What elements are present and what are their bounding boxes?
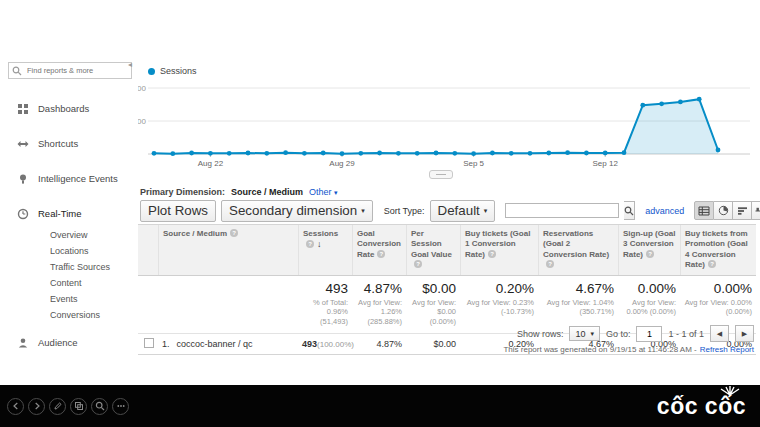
pagination-bar: Show rows: 10 ▾ Go to: 1 - 1 of 1 ◀ ▶ xyxy=(517,325,754,342)
logo-rays-icon xyxy=(717,386,743,396)
row-source-medium[interactable]: coccoc-banner / qc xyxy=(177,339,253,349)
pie-chart-icon xyxy=(718,205,729,216)
edit-button[interactable] xyxy=(49,398,66,415)
help-icon[interactable]: ? xyxy=(488,250,496,258)
analytics-page: ◂ Dashboards xyxy=(0,0,760,427)
comparison-view-button[interactable] xyxy=(752,201,760,220)
sidebar-item-audience[interactable]: Audience xyxy=(6,325,134,360)
sidebar-item-events[interactable]: Events xyxy=(6,291,134,307)
shortcuts-icon xyxy=(16,137,29,150)
forward-button[interactable] xyxy=(28,398,45,415)
show-rows-select[interactable]: 10 ▾ xyxy=(569,326,600,341)
svg-text:200: 200 xyxy=(138,84,147,93)
column-header-sessions[interactable]: Sessions?↓ xyxy=(298,225,352,275)
goto-page-input[interactable] xyxy=(636,326,662,342)
percentage-view-button[interactable] xyxy=(714,201,733,220)
column-header-goal1[interactable]: Buy tickets (Goal 1 Conversion Rate)? xyxy=(460,225,538,275)
summary-sessions: 493 % of Total: 0.96% (51,493) xyxy=(298,276,352,333)
chart-legend: Sessions xyxy=(148,66,197,76)
back-icon xyxy=(11,401,21,411)
sort-type-dropdown[interactable]: Default ▾ xyxy=(430,200,496,222)
sidebar-item-intelligence-events[interactable]: Intelligence Events xyxy=(6,161,134,196)
copy-button[interactable] xyxy=(70,398,87,415)
forward-icon xyxy=(32,401,42,411)
sidebar-search[interactable] xyxy=(8,62,132,79)
column-header-goal-conversion-rate[interactable]: Goal Conversion Rate? xyxy=(352,225,406,275)
sidebar-item-locations[interactable]: Locations xyxy=(6,243,134,259)
more-button[interactable] xyxy=(112,398,129,415)
coc-coc-logo: cốc cốc xyxy=(657,393,746,420)
intelligence-events-icon xyxy=(16,172,29,185)
help-icon[interactable]: ? xyxy=(646,250,654,258)
sort-type-label: Sort Type: xyxy=(384,206,425,216)
sort-desc-icon: ↓ xyxy=(317,239,322,249)
previous-page-button[interactable]: ◀ xyxy=(710,325,729,342)
sidebar-item-content[interactable]: Content xyxy=(6,275,134,291)
legend-label: Sessions xyxy=(160,66,197,76)
help-icon[interactable]: ? xyxy=(377,250,385,258)
header-checkbox-cell xyxy=(138,225,158,275)
dashboards-icon xyxy=(16,102,29,115)
help-icon[interactable]: ? xyxy=(546,260,554,268)
ellipsis-icon xyxy=(116,401,126,411)
back-button[interactable] xyxy=(7,398,24,415)
zoom-button[interactable] xyxy=(91,398,108,415)
sidebar-item-real-time[interactable]: Real-Time xyxy=(6,196,134,231)
bottom-bar-controls xyxy=(7,398,129,415)
help-icon[interactable]: ? xyxy=(414,260,422,268)
advanced-search-link[interactable]: advanced xyxy=(645,206,684,216)
row-sessions-cell: 493(100.00%) xyxy=(298,335,352,353)
sidebar-item-overview[interactable]: Overview xyxy=(6,227,134,243)
dimension-other-menu[interactable]: Other ▾ xyxy=(309,187,338,197)
chevron-down-icon: ▾ xyxy=(484,207,488,215)
secondary-dimension-dropdown[interactable]: Secondary dimension ▾ xyxy=(221,200,373,222)
plot-rows-button[interactable]: Plot Rows xyxy=(140,200,216,222)
chart-collapse-handle[interactable] xyxy=(429,170,453,179)
logo-text: cốc cốc xyxy=(657,393,746,419)
sidebar-item-dashboards[interactable]: Dashboards xyxy=(6,91,134,126)
pencil-icon xyxy=(53,401,63,411)
sidebar-item-label: Shortcuts xyxy=(38,138,78,149)
column-header-goal4[interactable]: Buy tickets from Promotion (Goal 4 Conve… xyxy=(680,225,756,275)
column-header-goal3[interactable]: Sign-up (Goal 3 Conversion Rate)? xyxy=(618,225,680,275)
chevron-down-icon: ▾ xyxy=(590,330,594,338)
table-search-button[interactable] xyxy=(624,201,635,220)
primary-dimension-label: Primary Dimension: xyxy=(140,187,225,197)
dimension-source-medium[interactable]: Source / Medium xyxy=(231,187,303,197)
row-checkbox[interactable] xyxy=(144,338,154,348)
bar-chart-icon xyxy=(737,206,748,216)
row-checkbox-cell xyxy=(138,334,158,354)
sidebar-collapse-button[interactable]: ◂ xyxy=(128,60,132,69)
sidebar-item-label: Real-Time xyxy=(38,208,81,219)
table-search-input[interactable] xyxy=(505,203,619,218)
magnifier-icon xyxy=(95,401,105,411)
help-icon[interactable]: ? xyxy=(708,260,716,268)
sidebar-item-conversions[interactable]: Conversions xyxy=(6,307,134,323)
chevron-down-icon: ▾ xyxy=(334,189,338,196)
sidebar-item-shortcuts[interactable]: Shortcuts xyxy=(6,126,134,161)
sidebar-item-traffic-sources[interactable]: Traffic Sources xyxy=(6,259,134,275)
svg-text:100: 100 xyxy=(138,117,147,126)
sessions-series-marker xyxy=(148,68,155,75)
real-time-icon xyxy=(16,207,29,220)
svg-text:Sep 12: Sep 12 xyxy=(593,159,619,168)
help-icon[interactable]: ? xyxy=(230,229,238,237)
help-icon[interactable]: ? xyxy=(306,240,314,248)
performance-view-button[interactable] xyxy=(733,201,752,220)
sidebar-item-label: Dashboards xyxy=(38,103,89,114)
sidebar-search-input[interactable] xyxy=(25,65,128,76)
row-index: 1. xyxy=(162,339,170,349)
row-range: 1 - 1 of 1 xyxy=(668,329,704,339)
sidebar-nav: Dashboards Shortcuts Intelligence Events xyxy=(6,91,134,360)
table-view-button[interactable] xyxy=(694,201,714,220)
column-header-source-medium[interactable]: Source / Medium? xyxy=(158,225,298,275)
next-page-button[interactable]: ▶ xyxy=(735,325,754,342)
table-view-icon xyxy=(698,206,710,216)
column-header-goal2[interactable]: Reservations (Goal 2 Conversion Rate)? xyxy=(538,225,618,275)
svg-text:Aug 29: Aug 29 xyxy=(329,159,355,168)
refresh-report-link[interactable]: Refresh Report xyxy=(700,345,754,354)
view-switcher xyxy=(694,201,760,220)
search-icon xyxy=(624,206,634,216)
search-icon xyxy=(12,66,22,76)
column-header-per-session-goal-value[interactable]: Per Session Goal Value? xyxy=(406,225,460,275)
